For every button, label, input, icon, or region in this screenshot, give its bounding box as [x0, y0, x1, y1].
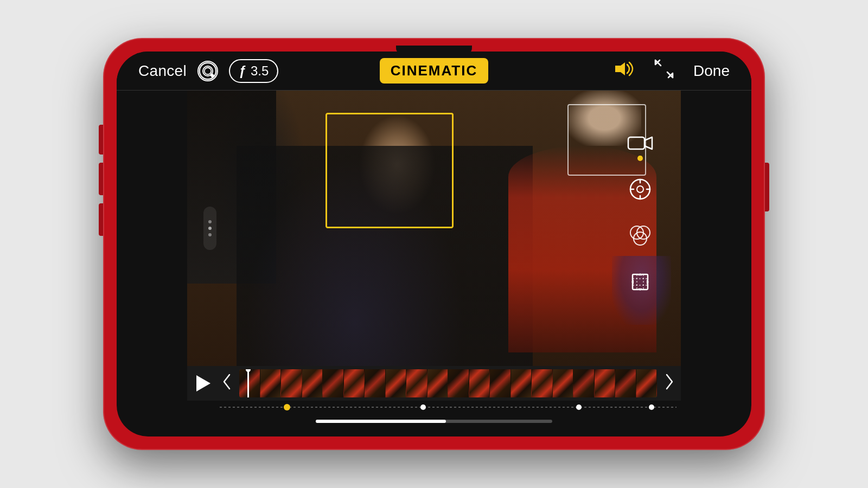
adjustment-tool[interactable] — [626, 176, 654, 203]
color-mix-tool[interactable] — [626, 222, 654, 249]
svg-point-22 — [208, 227, 212, 230]
svg-point-1 — [205, 67, 212, 74]
film-frame — [448, 369, 469, 397]
svg-rect-16 — [633, 274, 648, 290]
focus-marker-yellow[interactable] — [284, 404, 290, 410]
done-button[interactable]: Done — [693, 62, 730, 80]
focus-marker-white-1[interactable] — [420, 404, 426, 410]
play-button[interactable] — [192, 371, 215, 395]
aperture-value: 3.5 — [247, 63, 269, 79]
film-frame — [595, 369, 616, 397]
film-frame — [302, 369, 323, 397]
timeline-nav-right[interactable] — [661, 373, 676, 394]
scene-shirt — [335, 256, 434, 352]
fullscreen-icon[interactable] — [654, 59, 674, 82]
film-frame — [239, 369, 260, 397]
focus-box-primary[interactable] — [326, 113, 454, 228]
focus-dots — [220, 404, 676, 410]
video-camera-tool[interactable] — [626, 130, 654, 157]
autofocus-icon[interactable] — [197, 61, 218, 81]
focus-marker-white-2[interactable] — [576, 404, 582, 410]
film-strip-track[interactable] — [239, 369, 657, 397]
scrubber-progress — [316, 420, 446, 423]
phone-device: Cancel ƒ 3.5 CINEMATIC — [103, 38, 765, 450]
film-frame — [281, 369, 302, 397]
film-frame — [427, 369, 449, 397]
video-player — [187, 91, 681, 366]
toolbar-right: Done — [533, 59, 730, 82]
video-active-dot — [637, 156, 643, 161]
volume-icon[interactable] — [613, 60, 635, 82]
svg-rect-6 — [628, 137, 644, 149]
playhead[interactable] — [247, 369, 249, 397]
focus-track[interactable] — [187, 401, 681, 414]
svg-marker-3 — [615, 62, 625, 75]
film-frame — [260, 369, 282, 397]
timeline-strip[interactable] — [187, 366, 681, 401]
film-frame — [323, 369, 344, 397]
film-frame — [532, 369, 553, 397]
aperture-badge[interactable]: ƒ 3.5 — [229, 59, 278, 83]
toolbar: Cancel ƒ 3.5 CINEMATIC — [117, 52, 751, 91]
svg-point-23 — [208, 233, 212, 236]
film-frame — [386, 369, 407, 397]
film-frame — [573, 369, 595, 397]
cancel-button[interactable]: Cancel — [138, 62, 187, 80]
svg-point-21 — [208, 220, 212, 223]
scrubber-bar[interactable] — [187, 414, 681, 429]
film-frame — [490, 369, 511, 397]
film-frame — [615, 369, 636, 397]
phone-notch — [396, 46, 472, 55]
cinematic-badge[interactable]: CINEMATIC — [380, 58, 489, 84]
svg-marker-24 — [196, 375, 210, 391]
scroll-indicator — [203, 207, 216, 250]
scrubber-track[interactable] — [316, 420, 553, 423]
bottom-controls — [187, 366, 681, 436]
film-frame — [406, 369, 427, 397]
right-toolbar — [610, 130, 670, 296]
svg-point-0 — [200, 62, 216, 79]
film-frame — [511, 369, 532, 397]
power-button[interactable] — [765, 163, 769, 211]
focus-marker-white-3[interactable] — [649, 404, 654, 410]
film-frame — [469, 369, 490, 397]
volume-down-button[interactable] — [99, 203, 103, 236]
timeline-nav-left[interactable] — [220, 373, 235, 394]
video-frame — [187, 91, 681, 366]
toolbar-left: Cancel ƒ 3.5 — [138, 59, 335, 83]
svg-point-8 — [637, 186, 643, 192]
film-frame — [636, 369, 658, 397]
svg-point-2 — [210, 73, 213, 76]
toolbar-center: CINEMATIC — [335, 58, 532, 84]
film-frames — [239, 369, 657, 397]
film-frame — [553, 369, 574, 397]
volume-up-button[interactable] — [99, 163, 103, 195]
film-frame — [365, 369, 386, 397]
film-frame — [344, 369, 365, 397]
phone-screen: Cancel ƒ 3.5 CINEMATIC — [117, 52, 751, 436]
aperture-f-symbol: ƒ — [239, 63, 246, 79]
crop-tool[interactable] — [626, 269, 654, 296]
